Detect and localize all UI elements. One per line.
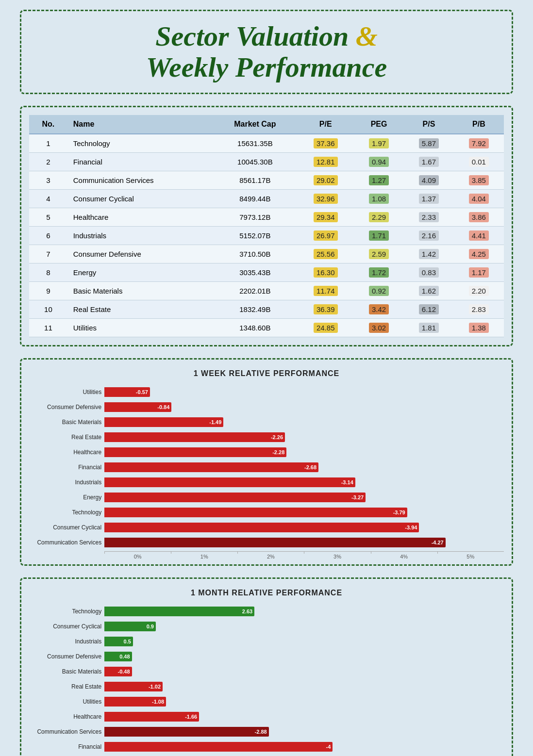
x-tick: 2% (237, 554, 304, 559)
col-no: No. (29, 115, 67, 134)
cell-name: Healthcare (67, 208, 213, 226)
bar-container: -2.68 (104, 462, 504, 473)
cell-pb: 3.86 (454, 208, 504, 226)
bar-row: Industrials-3.14 (29, 476, 504, 489)
cell-no: 4 (29, 189, 67, 208)
bar-container: -0.57 (104, 387, 504, 397)
cell-peg: 1.08 (354, 189, 404, 208)
bar-fill: 0.5 (104, 637, 133, 646)
x-tick: 5% (437, 554, 504, 559)
cell-ps: 4.09 (404, 171, 454, 189)
bar-row: Utilities-1.08 (29, 695, 504, 708)
bar-container: 0.5 (104, 636, 504, 647)
bar-label: Industrials (29, 479, 104, 486)
cell-pe: 29.34 (297, 208, 354, 226)
cell-pb: 3.85 (454, 171, 504, 189)
table-row: 5 Healthcare 7973.12B 29.34 2.29 2.33 3.… (29, 208, 504, 226)
title-box: Sector Valuation & Weekly Performance (20, 10, 513, 94)
cell-market-cap: 3710.50B (213, 245, 297, 263)
cell-peg: 1.27 (354, 171, 404, 189)
bar-container: -3.14 (104, 477, 504, 488)
x-tick: 3% (304, 554, 370, 559)
table-row: 1 Technology 15631.35B 37.36 1.97 5.87 7… (29, 134, 504, 153)
cell-no: 9 (29, 281, 67, 300)
cell-pb: 4.25 (454, 245, 504, 263)
cell-market-cap: 2202.01B (213, 281, 297, 300)
bar-fill: -3.79 (104, 508, 407, 517)
chart1-box: 1 WEEK RELATIVE PERFORMANCE Utilities-0.… (20, 358, 513, 566)
chart1-xaxis: 0%1%2%3%4%5% (104, 551, 504, 559)
bar-label: Real Estate (29, 434, 104, 441)
cell-pb: 4.41 (454, 226, 504, 245)
bar-row: Financial-2.68 (29, 461, 504, 474)
cell-market-cap: 1348.60B (213, 318, 297, 337)
bar-label: Technology (29, 608, 104, 615)
table-row: 9 Basic Materials 2202.01B 11.74 0.92 1.… (29, 281, 504, 300)
bar-label: Consumer Cyclical (29, 623, 104, 630)
col-ps: P/S (404, 115, 454, 134)
title-amp: & (356, 20, 378, 52)
cell-market-cap: 8499.44B (213, 189, 297, 208)
table-header-row: No. Name Market Cap P/E PEG P/S P/B (29, 115, 504, 134)
cell-ps: 0.83 (404, 263, 454, 281)
cell-peg: 1.71 (354, 226, 404, 245)
bar-label: Healthcare (29, 449, 104, 456)
cell-pb: 1.38 (454, 318, 504, 337)
cell-pe: 12.81 (297, 152, 354, 171)
x-tick: 4% (371, 554, 437, 559)
bar-row: Healthcare-2.28 (29, 446, 504, 459)
bar-container: -0.84 (104, 402, 504, 412)
table-row: 7 Consumer Defensive 3710.50B 25.56 2.59… (29, 245, 504, 263)
bar-fill: -1.08 (104, 697, 166, 707)
bar-container: -3.27 (104, 492, 504, 503)
bar-container: -1.49 (104, 417, 504, 427)
bar-container: -3.94 (104, 522, 504, 533)
cell-market-cap: 1832.49B (213, 300, 297, 318)
cell-pe: 36.39 (297, 300, 354, 318)
cell-ps: 1.62 (404, 281, 454, 300)
cell-peg: 0.92 (354, 281, 404, 300)
table-row: 10 Real Estate 1832.49B 36.39 3.42 6.12 … (29, 300, 504, 318)
cell-peg: 1.97 (354, 134, 404, 153)
bar-label: Basic Materials (29, 419, 104, 426)
bar-label: Communication Services (29, 728, 104, 735)
cell-no: 8 (29, 263, 67, 281)
title-line1: Sector Valuation (155, 20, 356, 52)
table-row: 6 Industrials 5152.07B 26.97 1.71 2.16 4… (29, 226, 504, 245)
bar-container: -4 (104, 741, 504, 752)
cell-market-cap: 10045.30B (213, 152, 297, 171)
cell-pb: 2.83 (454, 300, 504, 318)
bar-row: Consumer Defensive0.48 (29, 650, 504, 663)
cell-pe: 32.96 (297, 189, 354, 208)
col-market-cap: Market Cap (213, 115, 297, 134)
col-pe: P/E (297, 115, 354, 134)
bar-fill: -2.88 (104, 727, 268, 737)
chart1-bars: Utilities-0.57Consumer Defensive-0.84Bas… (29, 386, 504, 549)
cell-peg: 1.72 (354, 263, 404, 281)
bar-fill: -0.84 (104, 402, 171, 412)
cell-name: Utilities (67, 318, 213, 337)
bar-fill: 0.9 (104, 622, 156, 631)
cell-ps: 6.12 (404, 300, 454, 318)
cell-no: 10 (29, 300, 67, 318)
cell-market-cap: 15631.35B (213, 134, 297, 153)
chart1-title: 1 WEEK RELATIVE PERFORMANCE (29, 369, 504, 378)
cell-pe: 29.02 (297, 171, 354, 189)
bar-fill: -3.94 (104, 523, 419, 532)
bar-fill: -2.28 (104, 447, 286, 457)
bar-row: Technology-3.79 (29, 506, 504, 519)
page-title: Sector Valuation & Weekly Performance (41, 21, 492, 83)
cell-name: Basic Materials (67, 281, 213, 300)
cell-market-cap: 3035.43B (213, 263, 297, 281)
cell-peg: 0.94 (354, 152, 404, 171)
cell-pe: 25.56 (297, 245, 354, 263)
bar-row: Energy-3.27 (29, 491, 504, 504)
cell-peg: 2.59 (354, 245, 404, 263)
bar-fill: -3.14 (104, 477, 355, 487)
cell-name: Consumer Cyclical (67, 189, 213, 208)
bar-label: Basic Materials (29, 668, 104, 675)
valuation-table-box: No. Name Market Cap P/E PEG P/S P/B 1 Te… (20, 106, 513, 346)
title-line2: Weekly Performance (146, 51, 387, 83)
cell-no: 6 (29, 226, 67, 245)
bar-label: Financial (29, 464, 104, 471)
